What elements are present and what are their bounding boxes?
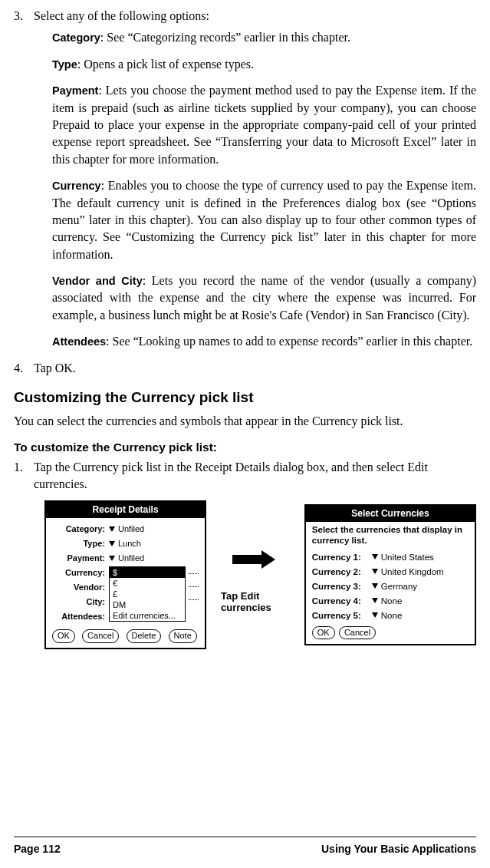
currency-picklist[interactable]: $ € £ DM Edit currencies... (109, 566, 186, 622)
picklist-item[interactable]: $ (110, 567, 185, 578)
receipt-details-dialog: Receipt Details Category: Unfiled Type: … (44, 500, 206, 649)
label: Type: (52, 538, 107, 550)
term: Currency (52, 180, 101, 192)
def-category: Category: See “Categorizing records” ear… (52, 29, 476, 46)
dropdown-arrow-icon (372, 598, 378, 603)
picklist-item[interactable]: DM (110, 599, 185, 610)
select-currencies-dialog: Select Currencies Select the currencies … (304, 504, 476, 645)
step-number: 1. (14, 459, 34, 493)
label: Category: (52, 523, 107, 535)
label: City: (52, 596, 107, 608)
picklist-item[interactable]: € (110, 578, 185, 589)
value: Unfiled (118, 523, 144, 535)
value: United States (381, 551, 434, 563)
dialog-title: Receipt Details (46, 502, 205, 518)
callout-text: Tap Edit currencies (221, 590, 290, 614)
chapter-title: Using Your Basic Applications (321, 842, 476, 857)
term: Attendees (52, 335, 106, 348)
field-category[interactable]: Category: Unfiled (52, 523, 199, 536)
step-4: 4. Tap OK. (14, 360, 476, 377)
subsection-heading: To customize the Currency pick list: (14, 439, 476, 456)
def-text: : Enables you to choose the type of curr… (52, 179, 476, 261)
def-attendees: Attendees: See “Looking up names to add … (52, 333, 476, 350)
label: Currency 3: (312, 580, 370, 592)
arrow-icon (232, 552, 278, 567)
currency-row-1[interactable]: Currency 1: United States (312, 551, 469, 563)
def-payment: Payment: Lets you choose the payment met… (52, 82, 476, 168)
step-text: Select any of the following options: (34, 8, 476, 25)
arrow-callout: Tap Edit currencies (209, 536, 301, 614)
label: Currency: (52, 567, 107, 579)
term: Category (52, 31, 100, 44)
label: Vendor: (52, 582, 107, 593)
page-number: Page 112 (14, 842, 61, 857)
step-text: Tap the Currency pick list in the Receip… (34, 459, 476, 493)
label: Currency 1: (312, 551, 370, 563)
figure: Receipt Details Category: Unfiled Type: … (44, 500, 476, 649)
dropdown-arrow-icon (109, 556, 115, 561)
dropdown-arrow-icon (109, 526, 115, 532)
step-3: 3. Select any of the following options: (14, 8, 476, 25)
value: Lunch (118, 538, 141, 550)
label: Currency 4: (312, 595, 370, 607)
label: Attendees: (52, 611, 107, 622)
dropdown-arrow-icon (372, 612, 378, 618)
field-currency[interactable]: Currency: (52, 566, 107, 579)
def-text: : See “Categorizing records” earlier in … (100, 31, 350, 44)
value: None (381, 595, 403, 607)
picklist-item-edit[interactable]: Edit currencies... (110, 610, 185, 621)
term: Type (52, 58, 77, 71)
field-city[interactable]: City: (52, 596, 107, 609)
picklist-item[interactable]: £ (110, 589, 185, 599)
term: Payment (52, 84, 98, 97)
section-heading: Customizing the Currency pick list (14, 388, 476, 408)
field-attendees[interactable]: Attendees: (52, 610, 107, 623)
def-text: : See “Looking up names to add to expens… (106, 335, 472, 348)
field-payment[interactable]: Payment: Unfiled (52, 552, 199, 565)
currency-row-3[interactable]: Currency 3: Germany (312, 580, 469, 592)
currency-row-2[interactable]: Currency 2: United Kingdom (312, 566, 469, 578)
label: Payment: (52, 553, 107, 564)
value: None (381, 609, 403, 622)
dropdown-arrow-icon (109, 541, 115, 546)
currency-row-5[interactable]: Currency 5: None (312, 609, 469, 622)
step-number: 4. (14, 360, 34, 377)
step-1: 1. Tap the Currency pick list in the Rec… (14, 459, 476, 493)
field-vendor[interactable]: Vendor: (52, 581, 107, 594)
instructions: Select the currencies that display in cu… (312, 525, 469, 546)
cancel-button[interactable]: Cancel (82, 629, 119, 642)
dotted-line (189, 579, 199, 587)
field-type[interactable]: Type: Lunch (52, 537, 199, 550)
ok-button[interactable]: OK (52, 629, 75, 642)
def-text: : Opens a pick list of expense types. (77, 58, 254, 71)
ok-button[interactable]: OK (312, 626, 335, 639)
dotted-line (189, 566, 199, 574)
def-text: : Lets you choose the payment method use… (52, 84, 476, 166)
dotted-line (189, 592, 199, 600)
def-currency: Currency: Enables you to choose the type… (52, 177, 476, 263)
dropdown-arrow-icon (372, 554, 378, 559)
value: United Kingdom (381, 566, 444, 578)
term: Vendor and City (52, 275, 143, 287)
def-type: Type: Opens a pick list of expense types… (52, 56, 476, 73)
note-button[interactable]: Note (169, 629, 197, 642)
dialog-title: Select Currencies (306, 506, 475, 522)
step-text: Tap OK. (34, 360, 476, 377)
dropdown-arrow-icon (372, 569, 378, 574)
value: Unfiled (118, 553, 144, 564)
value: Germany (381, 580, 417, 592)
def-vendor-city: Vendor and City: Lets you record the nam… (52, 272, 476, 324)
label: Currency 2: (312, 566, 370, 578)
section-intro: You can select the currencies and symbol… (14, 413, 476, 430)
page-footer: Page 112 Using Your Basic Applications (14, 837, 476, 857)
dropdown-arrow-icon (372, 583, 378, 589)
step-number: 3. (14, 8, 34, 25)
label: Currency 5: (312, 609, 370, 622)
cancel-button[interactable]: Cancel (339, 626, 376, 639)
currency-row-4[interactable]: Currency 4: None (312, 595, 469, 607)
delete-button[interactable]: Delete (127, 629, 162, 642)
